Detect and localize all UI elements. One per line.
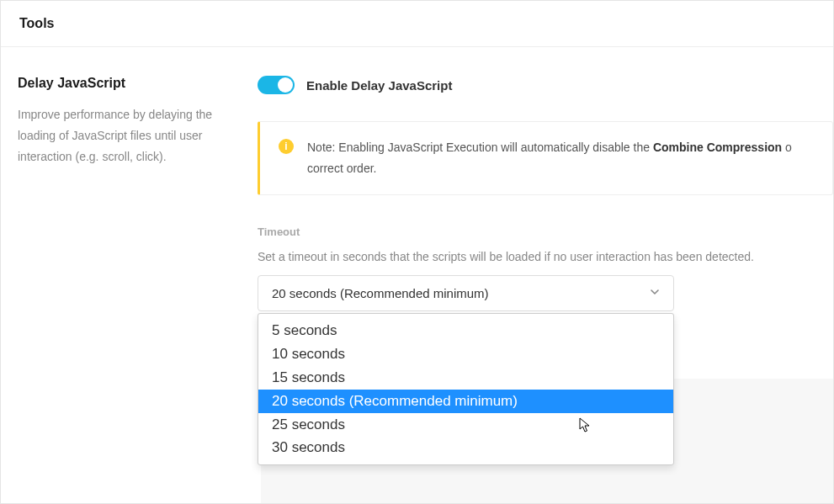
enable-toggle-label: Enable Delay JavaScript bbox=[306, 78, 452, 93]
section-description: Improve performance by delaying the load… bbox=[18, 104, 241, 168]
page-title: Tools bbox=[19, 16, 815, 31]
timeout-select-wrap: 20 seconds (Recommended minimum) 5 secon… bbox=[258, 275, 674, 311]
timeout-selected-value: 20 seconds (Recommended minimum) bbox=[272, 286, 489, 300]
section-sidebar: Delay JavaScript Improve performance by … bbox=[18, 76, 258, 311]
info-icon: i bbox=[279, 139, 294, 154]
page-header: Tools bbox=[1, 1, 833, 47]
enable-toggle-row: Enable Delay JavaScript bbox=[258, 76, 833, 94]
chevron-down-icon bbox=[650, 287, 660, 300]
content-area: Delay JavaScript Improve performance by … bbox=[1, 47, 833, 311]
timeout-option[interactable]: 15 seconds bbox=[258, 366, 673, 390]
timeout-label: Timeout bbox=[258, 225, 833, 238]
timeout-option[interactable]: 25 seconds bbox=[258, 413, 673, 437]
timeout-select[interactable]: 20 seconds (Recommended minimum) bbox=[258, 275, 674, 311]
timeout-option[interactable]: 20 seconds (Recommended minimum) bbox=[258, 390, 673, 413]
warning-note: i Note: Enabling JavaScript Execution wi… bbox=[258, 121, 833, 195]
note-text: Note: Enabling JavaScript Execution will… bbox=[307, 137, 792, 179]
timeout-option[interactable]: 5 seconds bbox=[258, 319, 673, 342]
timeout-option[interactable]: 30 seconds bbox=[258, 436, 673, 459]
timeout-option[interactable]: 10 seconds bbox=[258, 342, 673, 366]
section-title: Delay JavaScript bbox=[18, 76, 241, 91]
timeout-description: Set a timeout in seconds that the script… bbox=[258, 250, 833, 263]
timeout-dropdown: 5 seconds10 seconds15 seconds20 seconds … bbox=[258, 313, 674, 465]
section-body: Enable Delay JavaScript i Note: Enabling… bbox=[258, 76, 833, 311]
enable-delay-toggle[interactable] bbox=[258, 76, 295, 94]
